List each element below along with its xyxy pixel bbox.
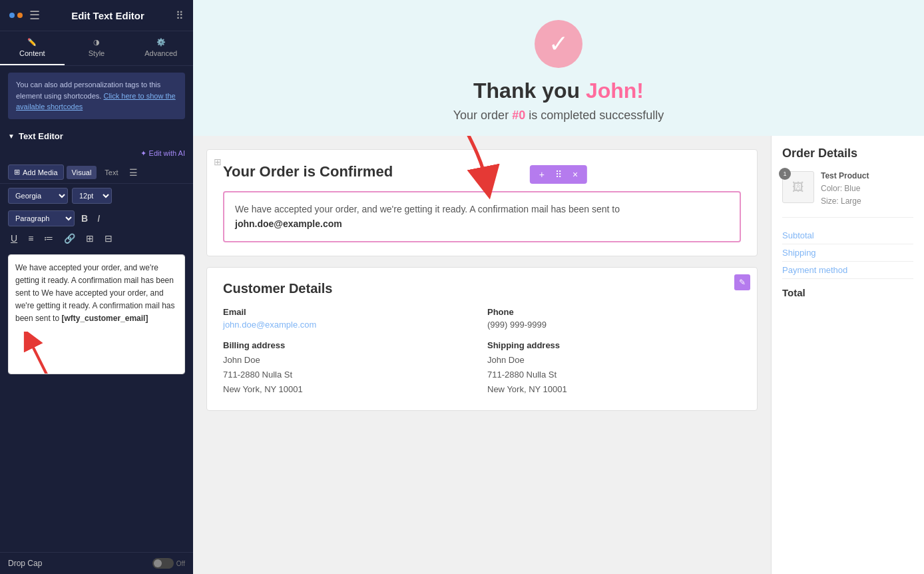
format-row-1: Georgia 12pt: [0, 184, 193, 208]
visual-tab-button[interactable]: Visual: [67, 166, 97, 179]
content-area: ⊞ Your Order is Confirmed We have accept…: [193, 136, 924, 574]
tabs-row: ✏️ Content ◑ Style ⚙️ Advanced: [0, 31, 193, 66]
customer-field-shipping: Shipping address John Doe711-2880 Nulla …: [487, 340, 741, 397]
edit-icon[interactable]: ✎: [734, 274, 750, 290]
float-toolbar: + ⠿ ×: [530, 165, 587, 184]
total-label: Total: [782, 287, 806, 298]
media-icon: ⊞: [14, 168, 20, 176]
bold-button[interactable]: B: [79, 212, 91, 225]
text-tab-button[interactable]: Text: [99, 166, 123, 179]
tab-content[interactable]: ✏️ Content: [0, 31, 65, 65]
font-family-select[interactable]: Georgia: [8, 188, 68, 204]
layout-button[interactable]: ⊞: [83, 232, 97, 245]
hero-section: ✓ Thank you John! Your order #0 is compl…: [193, 0, 924, 136]
ordered-list-button[interactable]: ≔: [41, 232, 56, 245]
order-summary-shipping: Shipping: [782, 244, 913, 262]
panel-title: Edit Text Editor: [71, 10, 144, 21]
customer-field-billing: Billing address John Doe711-2880 Nulla S…: [223, 340, 477, 397]
product-row: 1 🖼 Test Product Color: Blue Size: Large: [782, 171, 913, 218]
unordered-list-button[interactable]: ≡: [25, 232, 36, 245]
customer-details-title: Customer Details: [223, 281, 741, 296]
phone-label: Phone: [487, 307, 741, 317]
email-value: john.doe@example.com: [223, 320, 477, 330]
payment-label[interactable]: Payment method: [782, 265, 847, 275]
italic-button[interactable]: I: [95, 212, 103, 225]
order-summary-subtotal: Subtotal: [782, 227, 913, 244]
center-content: ⊞ Your Order is Confirmed We have accept…: [193, 136, 771, 574]
product-size: Size: Large: [821, 195, 869, 208]
svg-line-1: [29, 338, 55, 374]
right-panel: Order Details 1 🖼 Test Product Color: Bl…: [771, 136, 924, 574]
panel-header: ☰ Edit Text Editor ⠿: [0, 0, 193, 31]
customer-grid: Email john.doe@example.com Phone (999) 9…: [223, 307, 741, 397]
dot-blue: [9, 13, 15, 18]
table-button[interactable]: ⊟: [102, 232, 115, 245]
font-size-select[interactable]: 12pt: [72, 188, 112, 204]
ai-edit-button[interactable]: ✦ Edit with AI: [140, 149, 185, 158]
float-drag-button[interactable]: ⠿: [553, 168, 565, 181]
style-tab-icon: ◑: [93, 38, 100, 47]
ai-edit-row: ✦ Edit with AI: [0, 146, 193, 162]
product-name: Test Product: [821, 171, 869, 180]
checkmark-icon: ✓: [549, 30, 569, 58]
float-close-button[interactable]: ×: [570, 168, 580, 181]
info-box: You can also add personalization tags to…: [8, 73, 185, 119]
product-color: Color: Blue: [821, 182, 869, 195]
hamburger-icon[interactable]: ☰: [29, 8, 40, 23]
underline-button[interactable]: U: [8, 232, 20, 245]
float-plus-button[interactable]: +: [537, 168, 547, 181]
advanced-tab-icon: ⚙️: [156, 38, 166, 47]
list-view-button[interactable]: ☰: [126, 164, 140, 180]
chevron-icon: ▼: [8, 133, 15, 140]
subtotal-label[interactable]: Subtotal: [782, 230, 814, 240]
format-row-3: U ≡ ≔ 🔗 ⊞ ⊟: [0, 229, 193, 249]
confirmation-text-box: We have accepted your order, and we're g…: [223, 191, 741, 242]
order-total-row: Total: [782, 282, 913, 304]
product-badge: 1: [779, 168, 791, 180]
main-area: ✓ Thank you John! Your order #0 is compl…: [193, 0, 924, 574]
order-summary-payment: Payment method: [782, 262, 913, 279]
shipping-value: John Doe711-2880 Nulla StNew York, NY 10…: [487, 353, 741, 397]
product-placeholder-icon: 🖼: [792, 180, 804, 194]
tab-style[interactable]: ◑ Style: [65, 31, 129, 65]
order-complete-text: Your order #0 is completed successfully: [453, 109, 664, 123]
editor-text: We have accepted your order, and we're g…: [15, 288, 175, 323]
shipping-label-right[interactable]: Shipping: [782, 248, 816, 258]
phone-value: (999) 999-9999: [487, 320, 741, 330]
customer-field-phone: Phone (999) 999-9999: [487, 307, 741, 330]
toggle-track[interactable]: [152, 558, 174, 569]
drop-cap-row: Drop Cap Off: [0, 552, 193, 574]
shipping-label: Shipping address: [487, 340, 741, 350]
toggle-label: Off: [176, 560, 185, 567]
order-details-title: Order Details: [782, 146, 913, 160]
corner-resize-icon: ⊞: [214, 156, 222, 167]
link-button[interactable]: 🔗: [61, 232, 78, 245]
dot-group: [9, 13, 23, 18]
billing-label: Billing address: [223, 340, 477, 350]
red-arrow-editor: [22, 332, 75, 374]
customer-details-box: ✎ Customer Details Email john.doe@exampl…: [206, 267, 758, 411]
content-tab-icon: ✏️: [27, 38, 37, 47]
check-circle: ✓: [535, 20, 582, 68]
left-panel: ☰ Edit Text Editor ⠿ ✏️ Content ◑ Style …: [0, 0, 193, 574]
grid-icon[interactable]: ⠿: [176, 9, 184, 22]
product-info: Test Product Color: Blue Size: Large: [821, 171, 869, 208]
customer-field-email: Email john.doe@example.com: [223, 307, 477, 330]
product-image: 1 🖼: [782, 171, 814, 203]
order-confirmed-title: Your Order is Confirmed: [223, 163, 741, 180]
tab-advanced[interactable]: ⚙️ Advanced: [128, 31, 193, 65]
ai-icon: ✦: [140, 149, 146, 158]
billing-value: John Doe711-2880 Nulla StNew York, NY 10…: [223, 353, 477, 397]
drop-cap-label: Drop Cap: [8, 559, 42, 568]
editor-toolbar: ⊞ Add Media Visual Text ☰: [0, 162, 193, 184]
panel-header-left: ☰: [9, 8, 40, 23]
drop-cap-toggle[interactable]: Off: [152, 558, 185, 569]
section-header[interactable]: ▼ Text Editor: [0, 126, 193, 146]
dot-orange: [17, 13, 23, 18]
add-media-button[interactable]: ⊞ Add Media: [8, 164, 64, 180]
editor-textarea[interactable]: We have accepted your order, and we're g…: [8, 254, 185, 374]
section-title: Text Editor: [19, 131, 63, 141]
email-label: Email: [223, 307, 477, 317]
paragraph-select[interactable]: Paragraph: [8, 210, 75, 226]
order-confirmed-box: ⊞ Your Order is Confirmed We have accept…: [206, 149, 758, 256]
